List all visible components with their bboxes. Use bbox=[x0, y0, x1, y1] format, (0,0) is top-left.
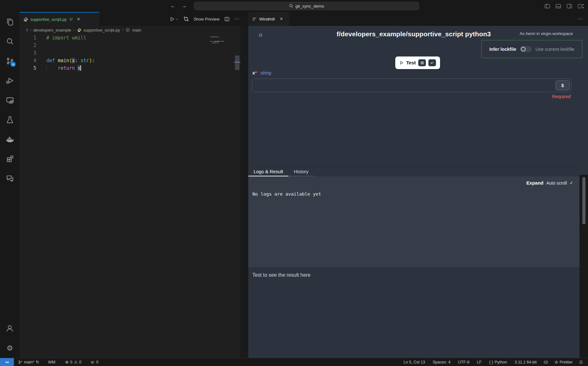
result-pane: Test to see the result here bbox=[248, 268, 579, 358]
remote-explorer-icon[interactable] bbox=[0, 90, 20, 110]
line-number: 5 bbox=[20, 64, 36, 72]
toggle-sidebar-left-icon[interactable] bbox=[545, 4, 550, 8]
error-icon: ⊗ bbox=[65, 360, 68, 364]
tab-windmill[interactable]: Windmill × bbox=[248, 12, 289, 26]
tab-title: supportive_script.py bbox=[30, 17, 67, 22]
open-changes-icon[interactable] bbox=[183, 16, 189, 22]
lockfile-toggle[interactable] bbox=[520, 46, 532, 52]
settings-gear-icon[interactable]: ⚙ bbox=[0, 338, 20, 358]
source-control-icon[interactable]: 11 bbox=[0, 51, 20, 71]
braces-icon: { } bbox=[489, 360, 493, 364]
editor-scrollbar[interactable] bbox=[234, 34, 240, 358]
tab-close-icon[interactable]: × bbox=[77, 16, 80, 22]
wm-status-item[interactable]: WM: bbox=[46, 358, 58, 366]
test-button-label: Test bbox=[406, 60, 416, 66]
code-editor[interactable]: 1 # import wmill 2 3 4 def main(x: str):… bbox=[20, 34, 240, 358]
panel-more-actions-icon[interactable]: ⋯ bbox=[578, 12, 583, 26]
notifications-item[interactable] bbox=[577, 358, 585, 366]
required-message: Required bbox=[552, 94, 571, 99]
tab-logs-result[interactable]: Logs & Result bbox=[248, 167, 288, 176]
vscode-window: ← → git_sync_demo 11 bbox=[0, 0, 588, 366]
windmill-panel: ☼ f/developers_example/supportive_script… bbox=[248, 26, 588, 358]
title-bar: ← → git_sync_demo bbox=[0, 0, 588, 12]
search-sidebar-icon[interactable] bbox=[0, 32, 20, 51]
show-preview-button[interactable]: Show Preview bbox=[194, 17, 220, 21]
test-button[interactable]: Test ⌘ ↵ bbox=[395, 56, 440, 69]
language-mode-item[interactable]: { } Python bbox=[487, 358, 509, 366]
git-branch-item[interactable]: main* ↻ bbox=[16, 358, 41, 366]
check-icon: ✓ bbox=[570, 180, 573, 185]
indent-guide bbox=[46, 65, 47, 71]
python-interpreter-item[interactable]: 3.11.1 64-bit bbox=[513, 358, 539, 366]
tab-supportive-script[interactable]: supportive_script.py U × bbox=[20, 12, 99, 26]
problems-item[interactable]: ⊗ 0 ⚠ 0 bbox=[63, 358, 84, 366]
insert-variable-button[interactable]: $ bbox=[556, 80, 570, 90]
editor-right-gutter bbox=[240, 26, 248, 358]
breadcrumb-symbol[interactable]: main bbox=[132, 28, 141, 32]
account-icon[interactable] bbox=[0, 319, 20, 338]
use-current-lockfile-label: Use current lockfile bbox=[536, 47, 574, 52]
docker-icon[interactable] bbox=[0, 129, 20, 149]
enter-key-icon: ↵ bbox=[428, 59, 436, 66]
tab-git-status: U bbox=[70, 17, 73, 21]
play-icon bbox=[399, 61, 404, 65]
split-editor-icon[interactable] bbox=[224, 16, 230, 22]
expand-button[interactable]: Expand bbox=[526, 180, 544, 186]
panel-scrollbar-handle[interactable] bbox=[582, 177, 585, 224]
auto-scroll-label[interactable]: Auto scroll bbox=[546, 180, 567, 186]
python-file-icon bbox=[77, 28, 81, 32]
explorer-icon[interactable] bbox=[0, 12, 20, 32]
line-number: 4 bbox=[20, 57, 36, 64]
customize-layout-icon[interactable] bbox=[578, 4, 584, 8]
editor-group: supportive_script.py U × Show Preview ⋯ bbox=[20, 12, 248, 358]
extensions-icon[interactable] bbox=[0, 149, 20, 168]
run-python-icon[interactable] bbox=[169, 16, 179, 22]
arg-x-label: x * string bbox=[252, 70, 271, 75]
comments-icon[interactable] bbox=[0, 168, 20, 188]
formatter-item[interactable]: ⊘ Prettier bbox=[552, 358, 575, 366]
breadcrumb-root[interactable]: f bbox=[26, 28, 28, 32]
minimap[interactable] bbox=[208, 35, 234, 76]
windmill-group: Windmill × ⋯ ☼ f/developers_example/supp… bbox=[248, 12, 588, 358]
bell-icon bbox=[579, 360, 583, 364]
command-center-search[interactable]: git_sync_demo bbox=[194, 2, 419, 10]
cmd-key-icon: ⌘ bbox=[418, 59, 426, 66]
remote-indicator[interactable]: >< bbox=[0, 358, 14, 366]
editor-more-actions-icon[interactable]: ⋯ bbox=[234, 16, 239, 22]
toggle-sidebar-right-icon[interactable] bbox=[567, 4, 572, 8]
breadcrumb[interactable]: f › developers_example › supportive_scri… bbox=[20, 26, 240, 34]
required-star: * bbox=[255, 70, 257, 75]
tab-history[interactable]: History bbox=[288, 167, 314, 176]
encoding-item[interactable]: UTF-8 bbox=[456, 358, 472, 366]
cursor-position-item[interactable]: Ln 5, Col 13 bbox=[401, 358, 427, 366]
search-value: git_sync_demo bbox=[296, 4, 324, 9]
testing-beaker-icon[interactable] bbox=[0, 110, 20, 129]
eol-item[interactable]: LF bbox=[475, 358, 484, 366]
arg-type: string bbox=[260, 70, 271, 75]
indentation-item[interactable]: Spaces: 4 bbox=[431, 358, 453, 366]
list-lines-icon bbox=[252, 17, 257, 21]
line-number: 2 bbox=[20, 42, 36, 49]
arg-x-input[interactable] bbox=[252, 79, 571, 92]
run-debug-icon[interactable] bbox=[0, 71, 20, 90]
back-icon[interactable]: ← bbox=[170, 3, 176, 9]
copilot-item[interactable] bbox=[541, 358, 550, 366]
toggle-panel-icon[interactable] bbox=[556, 4, 561, 8]
ports-item[interactable]: 0 bbox=[88, 358, 101, 366]
panel-scrollbar[interactable] bbox=[579, 175, 588, 358]
tab-close-icon[interactable]: × bbox=[280, 16, 283, 22]
code-line-5: 5 return x bbox=[20, 64, 240, 72]
text-cursor bbox=[80, 65, 81, 71]
workspace-context: As henri in virgin-workspace bbox=[520, 31, 573, 36]
lockfile-option-box: Infer lockfile Use current lockfile bbox=[481, 40, 582, 58]
breadcrumb-file[interactable]: supportive_script.py bbox=[84, 28, 120, 32]
status-bar: >< main* ↻ WM: ⊗ 0 ⚠ 0 0 Ln 5, Col 13 Sp… bbox=[0, 358, 588, 366]
infer-lockfile-label: Infer lockfile bbox=[489, 47, 516, 52]
scrollbar-handle[interactable] bbox=[235, 56, 239, 70]
code-line-1: 1 # import wmill bbox=[20, 34, 240, 42]
python-file-icon bbox=[23, 17, 28, 22]
breadcrumb-folder[interactable]: developers_example bbox=[33, 28, 71, 32]
arg-name: x bbox=[252, 70, 255, 75]
result-placeholder: Test to see the result here bbox=[248, 268, 579, 278]
forward-icon[interactable]: → bbox=[181, 3, 187, 9]
